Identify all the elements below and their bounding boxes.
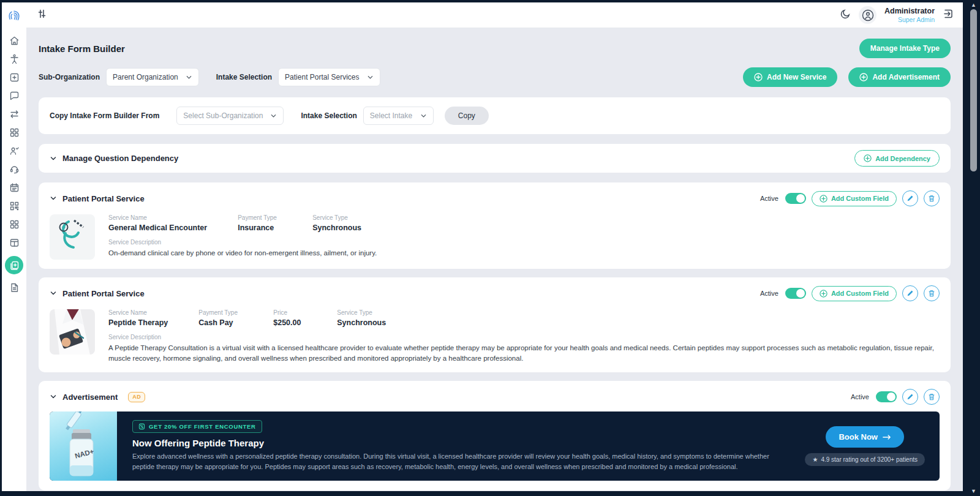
calendar-icon [9, 182, 20, 193]
sidebar-item-qr[interactable] [5, 201, 23, 211]
table-icon [9, 238, 20, 248]
sidebar-item-add[interactable] [5, 72, 23, 83]
trash-icon [928, 195, 935, 203]
star-icon: ★ [812, 456, 818, 463]
copy-button[interactable]: Copy [445, 107, 489, 125]
pencil-icon [907, 290, 914, 297]
sub-organization-value: Parent Organization [113, 73, 178, 81]
page-title: Intake Form Builder [39, 43, 125, 54]
discount-icon [138, 423, 145, 430]
add-square-icon [9, 72, 20, 83]
intake-selection-select[interactable]: Patient Portal Services [278, 68, 380, 86]
edit-button[interactable] [902, 389, 918, 405]
offer-badge-label: GET 20% OFF FIRST ENCOUNTER [149, 423, 256, 430]
pencil-icon [907, 195, 914, 202]
chevron-down-icon [367, 74, 374, 81]
add-new-service-button[interactable]: Add New Service [743, 67, 837, 87]
user-info[interactable]: Administrator Super Admin [884, 7, 935, 24]
delete-button[interactable] [924, 389, 940, 405]
filter-sliders-icon[interactable] [36, 8, 48, 22]
sidebar-item-tables[interactable] [5, 238, 23, 248]
sidebar-nav [5, 36, 23, 293]
service-card-title: Patient Portal Service [62, 194, 145, 203]
field-label: Price [273, 309, 306, 316]
advertisement-banner: NAD+ GET 20% OFF FIRST ENCOUNTER Now Off… [50, 411, 940, 481]
book-now-button[interactable]: Book Now [826, 426, 904, 448]
user-avatar[interactable] [859, 6, 876, 24]
field-label: Service Type [337, 309, 386, 316]
field-label: Service Type [312, 214, 361, 221]
stethoscope-photo [50, 214, 95, 260]
sidebar-item-transfers[interactable] [5, 109, 23, 119]
chevron-down-icon[interactable] [50, 155, 57, 162]
add-dependency-button[interactable]: Add Dependency [854, 150, 940, 167]
support-headset-icon [9, 164, 20, 175]
logout-icon[interactable] [943, 8, 954, 22]
accessibility-icon [9, 54, 20, 64]
copy-sub-organization-select[interactable]: Select Sub-Organization [176, 107, 284, 125]
ad-headline: Now Offering Peptide Therapy [132, 438, 789, 448]
service-description: A Peptide Therapy Consultation is a virt… [108, 343, 940, 363]
sidebar-item-apps[interactable] [5, 127, 23, 138]
field-value: Synchronous [312, 224, 361, 232]
sub-organization-select[interactable]: Parent Organization [106, 68, 199, 86]
plus-circle-icon [864, 154, 872, 162]
ad-description: Explore advanced wellness with a persona… [132, 451, 789, 472]
field-value: Peptide Therapy [108, 318, 168, 327]
sidebar-item-support[interactable] [5, 164, 23, 175]
delete-button[interactable] [924, 190, 940, 206]
add-custom-field-button[interactable]: Add Custom Field [812, 191, 897, 206]
edit-button[interactable] [902, 190, 918, 206]
rating-text: 4.9 star rating out of 3200+ patients [821, 456, 918, 463]
modules-grid-icon [9, 219, 20, 230]
sidebar-item-accessibility[interactable] [5, 54, 23, 64]
edit-button[interactable] [902, 285, 918, 301]
active-toggle[interactable] [785, 193, 806, 204]
sidebar-item-modules[interactable] [5, 219, 23, 230]
scroll-up-arrow-icon[interactable]: ▲ [971, 2, 976, 8]
add-advertisement-button[interactable]: Add Advertisement [848, 67, 951, 87]
chevron-down-icon[interactable] [50, 195, 57, 202]
field-value: Synchronous [337, 318, 386, 327]
sidebar [2, 2, 26, 491]
sidebar-item-form-builder[interactable] [5, 256, 23, 274]
fingerprint-logo [7, 9, 21, 25]
sidebar-item-chat[interactable] [5, 91, 23, 101]
scrollbar-thumb[interactable] [970, 9, 977, 171]
copy-intake-selection-label: Intake Selection [301, 111, 356, 120]
active-label: Active [760, 290, 778, 297]
copy-intake-select[interactable]: Select Intake [363, 107, 434, 125]
nad-vial-photo: NAD+ [50, 411, 117, 481]
description-label: Service Description [108, 334, 940, 340]
chevron-down-icon[interactable] [50, 290, 57, 297]
copy-intake-card: Copy Intake Form Builder From Select Sub… [39, 97, 951, 134]
field-value: Cash Pay [198, 318, 243, 327]
sidebar-item-documents[interactable] [5, 282, 23, 293]
chevron-down-icon[interactable] [50, 393, 57, 400]
manage-intake-type-button[interactable]: Manage Intake Type [859, 39, 951, 58]
intake-selection-label: Intake Selection [216, 73, 272, 81]
top-header: Administrator Super Admin [26, 2, 963, 28]
sidebar-item-appointments[interactable] [5, 182, 23, 193]
add-new-service-label: Add New Service [767, 73, 826, 81]
service-field: Payment Type Cash Pay [198, 309, 243, 327]
copy-from-label: Copy Intake Form Builder From [50, 111, 159, 120]
trash-icon [928, 290, 935, 298]
rating-pill: ★ 4.9 star rating out of 3200+ patients [805, 453, 925, 466]
sidebar-item-home[interactable] [5, 36, 23, 46]
window-scrollbar[interactable]: ▲ ▼ [965, 0, 980, 496]
add-custom-field-button[interactable]: Add Custom Field [812, 286, 897, 301]
dark-mode-moon-icon[interactable] [840, 9, 851, 22]
plus-circle-icon [820, 290, 827, 298]
scroll-down-arrow-icon[interactable]: ▼ [971, 488, 976, 494]
service-field: Payment Type Insurance [238, 214, 282, 232]
delete-button[interactable] [924, 285, 940, 301]
copy-intake-placeholder: Select Intake [370, 111, 412, 120]
service-field: Service Type Synchronous [337, 309, 386, 327]
active-toggle[interactable] [785, 288, 806, 299]
field-value: Insurance [238, 224, 282, 232]
service-field: Service Name General Medical Encounter [108, 214, 207, 232]
active-toggle[interactable] [876, 391, 897, 402]
sidebar-item-patients[interactable] [5, 146, 23, 156]
question-dependency-card: Manage Question Dependency Add Dependenc… [39, 144, 951, 173]
